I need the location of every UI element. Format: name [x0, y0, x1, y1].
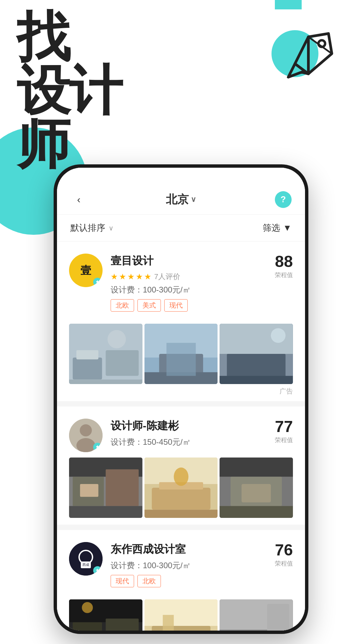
score-label-2: 荣程值: [275, 436, 293, 444]
hero-line3: 师: [17, 117, 121, 171]
score-number-3: 76: [275, 542, 293, 558]
photo-2-3[interactable]: [220, 458, 293, 518]
city-label: 北京: [166, 192, 189, 207]
svg-rect-55: [163, 615, 174, 631]
svg-rect-33: [144, 510, 218, 518]
sort-button[interactable]: 默认排序 ∨: [70, 222, 114, 234]
photo-grid-1: [69, 324, 293, 384]
avatar-2: [69, 419, 103, 452]
svg-rect-6: [76, 350, 99, 359]
photo-3-1[interactable]: [69, 599, 142, 631]
photo-2-2[interactable]: [144, 458, 218, 518]
card-price-2: 设计费：150-450元/㎡: [111, 437, 191, 447]
star-2: ★: [119, 272, 126, 281]
card-price-3: 设计费：100-300元/㎡: [111, 560, 191, 571]
tag-nordic-1: 北欧: [111, 299, 134, 312]
filter-bar: 默认排序 ∨ 筛选 ▼: [57, 215, 305, 241]
svg-rect-39: [242, 484, 271, 502]
hero-line1: 找: [17, 10, 121, 64]
tag-modern-1: 现代: [164, 299, 188, 312]
svg-rect-26: [106, 469, 138, 506]
photo-img-2-2: [144, 458, 218, 518]
designer-card-3[interactable]: 东作 西成 东作西成设计室 设计费：100-300元/㎡: [57, 530, 305, 631]
designer-card-2[interactable]: 设计师-陈建彬 设计费：150-450元/㎡ 77 荣程值: [57, 407, 305, 525]
filter-label: 筛选: [263, 222, 280, 234]
svg-rect-14: [166, 343, 195, 376]
filter-button[interactable]: 筛选 ▼: [263, 222, 292, 234]
svg-point-50: [82, 602, 93, 613]
help-button[interactable]: ?: [275, 191, 292, 208]
svg-rect-52: [144, 599, 218, 626]
photo-img-3-1: [69, 599, 142, 631]
card-header-left-3: 东作 西成 东作西成设计室 设计费：100-300元/㎡: [69, 542, 191, 594]
svg-rect-58: [267, 604, 289, 631]
photo-grid-3: [69, 599, 293, 631]
star-1: ★: [111, 272, 118, 281]
card-price-1: 设计费：100-300元/㎡: [111, 284, 191, 295]
stars-1: ★ ★ ★ ★ ★: [111, 272, 152, 281]
card-rating-1: ★ ★ ★ ★ ★ 7人评价: [111, 272, 191, 282]
photo-2-1[interactable]: [69, 458, 142, 518]
designer-name-2: 设计师-陈建彬: [111, 419, 191, 433]
photo-img-2-1: [69, 458, 142, 518]
svg-rect-36: [220, 458, 293, 477]
photo-img-1-3: [220, 324, 293, 384]
status-bar: [57, 168, 305, 184]
svg-rect-9: [69, 380, 142, 384]
svg-rect-5: [73, 358, 102, 380]
card-info-1: 壹目设计 ★ ★ ★ ★ ★ 7人评价: [111, 254, 191, 318]
card-info-3: 东作西成设计室 设计费：100-300元/㎡ 现代 北欧: [111, 542, 191, 594]
svg-rect-17: [227, 354, 286, 380]
score-number-1: 88: [275, 254, 293, 270]
card-tags-3: 现代 北欧: [111, 575, 191, 587]
svg-rect-48: [106, 619, 138, 631]
svg-rect-28: [80, 484, 99, 497]
photo-3-2[interactable]: [144, 599, 218, 631]
nav-bar: ‹ 北京 ∨ ?: [57, 184, 305, 215]
filter-icon: ▼: [283, 223, 292, 233]
sort-chevron-icon: ∨: [109, 224, 114, 232]
city-chevron-icon: ∨: [191, 195, 196, 204]
svg-rect-18: [220, 376, 293, 384]
photo-1-1[interactable]: [69, 324, 142, 384]
pen-icon: [275, 20, 342, 87]
card-header-1: 壹 壹目设计 ★ ★: [69, 254, 293, 318]
photo-grid-2: [69, 458, 293, 518]
phone-screen: ‹ 北京 ∨ ? 默认排序 ∨ 筛选 ▼: [57, 168, 305, 631]
photo-img-1-1: [69, 324, 142, 384]
back-icon: ‹: [77, 194, 80, 205]
svg-point-19: [271, 328, 286, 343]
photo-1-3[interactable]: [220, 324, 293, 384]
svg-point-22: [76, 438, 95, 452]
avatar-1: 壹: [69, 254, 103, 287]
nav-title[interactable]: 北京 ∨: [166, 192, 196, 207]
svg-rect-38: [220, 506, 293, 518]
designer-card-1[interactable]: 壹 壹目设计 ★ ★: [57, 241, 305, 401]
score-box-2: 77 荣程值: [275, 419, 293, 444]
tag-nordic-3: 北欧: [137, 575, 161, 587]
photo-1-2[interactable]: [144, 324, 218, 384]
bg-decoration-rect: [275, 0, 302, 9]
avatar-badge-3: [93, 566, 102, 575]
photo-img-1-2: [144, 324, 218, 384]
svg-point-7: [108, 330, 126, 348]
score-label-1: 荣程值: [275, 271, 293, 279]
svg-point-34: [174, 468, 188, 486]
help-icon: ?: [281, 194, 286, 205]
tag-american-1: 美式: [137, 299, 161, 312]
ad-label-1: 广告: [69, 384, 293, 401]
star-3: ★: [127, 272, 135, 281]
svg-text:东作: 东作: [81, 556, 91, 562]
photo-3-3[interactable]: [220, 599, 293, 631]
score-label-3: 荣程值: [275, 559, 293, 568]
back-button[interactable]: ‹: [70, 191, 87, 208]
rating-count-1: 7人评价: [154, 272, 180, 282]
svg-rect-8: [106, 350, 138, 376]
designer-name-3: 东作西成设计室: [111, 542, 191, 557]
hero-line2: 设计: [17, 64, 121, 117]
card-header-3: 东作 西成 东作西成设计室 设计费：100-300元/㎡: [69, 542, 293, 594]
tag-modern-3: 现代: [111, 575, 134, 587]
card-header-2: 设计师-陈建彬 设计费：150-450元/㎡ 77 荣程值: [69, 419, 293, 452]
star-5: ★: [144, 272, 152, 281]
card-info-2: 设计师-陈建彬 设计费：150-450元/㎡: [111, 419, 191, 451]
